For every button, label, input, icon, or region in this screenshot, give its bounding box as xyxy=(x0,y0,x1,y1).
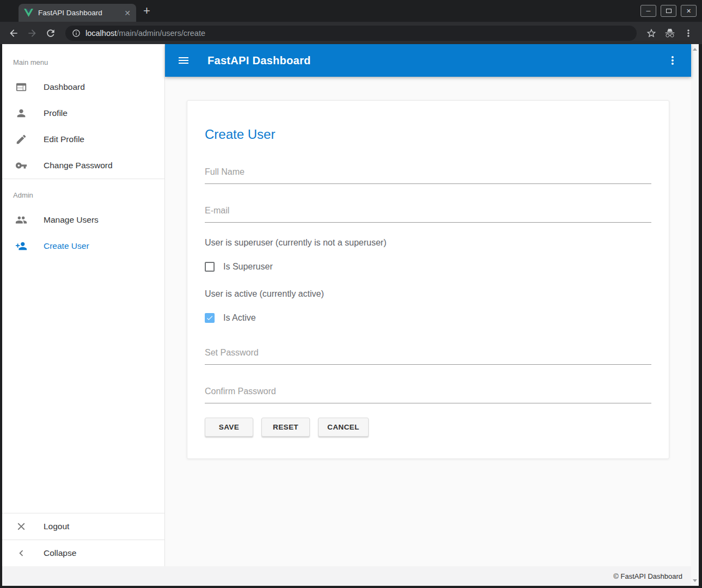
footer: © FastAPI Dashboard xyxy=(2,566,691,586)
is-active-checkbox[interactable] xyxy=(205,313,215,323)
url-host: localhost xyxy=(86,29,117,38)
sidebar: Main menu Dashboard Profile xyxy=(2,44,165,566)
key-icon xyxy=(15,160,27,171)
browser-tab[interactable]: FastAPI Dashboard ✕ xyxy=(19,4,136,22)
sidebar-item-label: Change Password xyxy=(44,161,113,170)
forward-button[interactable] xyxy=(24,25,40,41)
sidebar-item-create-user[interactable]: Create User xyxy=(2,233,164,259)
url-text: localhost/main/admin/users/create xyxy=(86,29,205,38)
sidebar-item-label: Dashboard xyxy=(44,82,85,92)
minimize-button[interactable]: ─ xyxy=(640,5,656,17)
site-info-icon[interactable] xyxy=(72,29,81,38)
sidebar-bottom: Logout Collapse xyxy=(2,513,164,566)
cancel-button[interactable]: CANCEL xyxy=(318,418,369,437)
set-password-field[interactable] xyxy=(205,348,651,365)
appbar-kebab-menu-icon[interactable] xyxy=(666,54,679,67)
tab-close-icon[interactable]: ✕ xyxy=(124,9,131,17)
maximize-icon xyxy=(666,9,672,13)
save-button[interactable]: SAVE xyxy=(205,418,253,437)
sidebar-item-collapse[interactable]: Collapse xyxy=(2,540,164,566)
full-name-field[interactable] xyxy=(205,167,651,184)
footer-copyright: © FastAPI Dashboard xyxy=(613,572,682,580)
sidebar-item-label: Logout xyxy=(44,522,69,531)
email-field[interactable] xyxy=(205,206,651,223)
close-x-icon xyxy=(15,520,27,532)
sidebar-item-change-password[interactable]: Change Password xyxy=(2,152,164,179)
window-controls: ─ ✕ xyxy=(640,5,697,17)
is-active-label: Is Active xyxy=(223,313,256,323)
is-superuser-checkbox[interactable] xyxy=(205,262,215,272)
superuser-hint: User is superuser (currently is not a su… xyxy=(205,238,651,248)
active-hint: User is active (currently active) xyxy=(205,289,651,299)
maximize-button[interactable] xyxy=(661,5,676,17)
main-area: FastAPI Dashboard Create User User is su… xyxy=(165,44,691,566)
pencil-icon xyxy=(15,133,27,145)
scrollbar-down-arrow-icon[interactable] xyxy=(693,579,697,582)
appbar-title: FastAPI Dashboard xyxy=(207,54,311,67)
scrollbar-up-arrow-icon[interactable] xyxy=(693,48,697,51)
sidebar-item-label: Collapse xyxy=(44,548,76,558)
sidebar-item-profile[interactable]: Profile xyxy=(2,100,164,126)
reload-button[interactable] xyxy=(42,25,59,41)
sidebar-item-label: Create User xyxy=(44,241,89,251)
confirm-password-field[interactable] xyxy=(205,387,651,403)
incognito-icon xyxy=(662,25,678,41)
reset-button[interactable]: RESET xyxy=(261,418,310,437)
page-content: Create User User is superuser (currently… xyxy=(165,77,691,566)
chevron-left-icon xyxy=(15,547,27,559)
sidebar-item-label: Edit Profile xyxy=(44,134,84,144)
url-path: /main/admin/users/create xyxy=(117,29,205,38)
back-button[interactable] xyxy=(5,25,22,41)
sidebar-item-manage-users[interactable]: Manage Users xyxy=(2,207,164,233)
create-user-card: Create User User is superuser (currently… xyxy=(187,100,669,459)
appbar: FastAPI Dashboard xyxy=(165,44,691,77)
sidebar-section-admin: Admin xyxy=(2,179,164,207)
vue-logo-icon xyxy=(24,9,33,17)
sidebar-item-dashboard[interactable]: Dashboard xyxy=(2,74,164,100)
page-title: Create User xyxy=(205,127,651,142)
dashboard-icon xyxy=(15,81,27,93)
is-active-checkbox-row[interactable]: Is Active xyxy=(205,313,651,323)
person-icon xyxy=(15,107,27,119)
is-superuser-label: Is Superuser xyxy=(223,262,273,272)
page-scrollbar[interactable] xyxy=(691,44,699,586)
sidebar-item-label: Profile xyxy=(44,108,68,118)
hamburger-menu-icon[interactable] xyxy=(177,54,190,67)
form-actions: SAVE RESET CANCEL xyxy=(205,418,651,437)
app-viewport: Main menu Dashboard Profile xyxy=(2,44,699,586)
people-icon xyxy=(15,214,27,226)
browser-menu-icon[interactable] xyxy=(680,25,697,41)
bookmark-star-icon[interactable] xyxy=(643,25,660,41)
tab-title: FastAPI Dashboard xyxy=(38,9,119,17)
check-icon xyxy=(206,314,213,322)
browser-toolbar: localhost/main/admin/users/create xyxy=(0,22,702,44)
sidebar-section-main-menu: Main menu xyxy=(2,46,164,74)
sidebar-item-edit-profile[interactable]: Edit Profile xyxy=(2,126,164,152)
url-bar[interactable]: localhost/main/admin/users/create xyxy=(65,26,637,41)
close-button[interactable]: ✕ xyxy=(681,5,697,17)
sidebar-item-logout[interactable]: Logout xyxy=(2,513,164,540)
person-add-icon xyxy=(15,240,27,252)
sidebar-item-label: Manage Users xyxy=(44,215,99,225)
new-tab-button[interactable]: + xyxy=(143,5,150,16)
browser-titlebar: FastAPI Dashboard ✕ + ─ ✕ xyxy=(0,0,702,22)
is-superuser-checkbox-row[interactable]: Is Superuser xyxy=(205,262,651,272)
